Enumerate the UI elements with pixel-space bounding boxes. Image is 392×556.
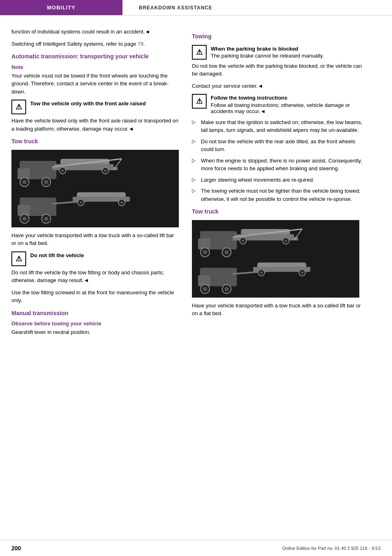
bullet-arrow: ▷	[192, 188, 198, 193]
warning1-title: Tow the vehicle only with the front axle…	[30, 100, 180, 108]
observe-heading: Observe before towing your vehicle	[11, 320, 180, 327]
header-mobility-tab: MOBILITY	[0, 0, 122, 15]
svg-point-27	[120, 201, 123, 204]
parking-brake-warning: Do not tow the vehicle with the parking …	[192, 62, 368, 78]
warning-parking-sub: The parking brake cannot be released man…	[211, 53, 368, 59]
warning-icon-4: ⚠	[192, 94, 207, 109]
left-column: function of individual systems could res…	[0, 24, 188, 345]
footer-text: Online Edition for Part no. 01 40 2 925 …	[282, 546, 381, 551]
page-number: 200	[11, 545, 21, 552]
bullet-text: Make sure that the ignition is switched …	[201, 118, 368, 134]
svg-point-3	[22, 180, 27, 184]
bullet-item: ▷When the engine is stopped, there is no…	[192, 157, 368, 173]
svg-point-46	[203, 287, 207, 291]
page-footer: 200 Online Edition for Part no. 01 40 2 …	[0, 540, 392, 556]
right-column: Towing ⚠ When the parking brake is block…	[188, 24, 376, 345]
header-breakdown-label: BREAKDOWN ASSISTANCE	[122, 0, 392, 15]
warning-parking-title: When the parking brake is blocked	[211, 45, 368, 53]
svg-point-12	[104, 169, 107, 172]
auto-trans-heading: Automatic transmission: transporting you…	[11, 53, 180, 61]
warning-icon-2: ⚠	[11, 251, 26, 266]
warning-follow-body: Follow all towing instructions; otherwis…	[211, 102, 368, 114]
svg-point-31	[203, 250, 207, 254]
bullet-arrow: ▷	[192, 177, 198, 182]
towing-heading: Towing	[192, 33, 368, 41]
page-header: MOBILITY BREAKDOWN ASSISTANCE	[0, 0, 392, 16]
bullet-arrow: ▷	[192, 158, 198, 163]
warning-follow-title: Follow the towing instructions	[211, 94, 368, 102]
note-heading: Note	[11, 64, 180, 70]
svg-point-40	[285, 240, 287, 242]
warning2-title: Do not lift the vehicle	[30, 251, 180, 260]
svg-point-53	[260, 271, 263, 274]
tow-truck-image-right	[192, 220, 359, 298]
bullet-item: ▷Do not tow the vehicle with the rear ax…	[192, 138, 368, 153]
svg-point-33	[225, 250, 229, 254]
contact-service: Contact your service center.◄	[192, 82, 368, 90]
warning1-body: Have the vehicle towed only with the fro…	[11, 117, 180, 133]
note-text: Your vehicle must not be towed if the fr…	[11, 72, 180, 96]
warning-parking-brake: ⚠ When the parking brake is blocked The …	[192, 45, 368, 60]
svg-point-20	[44, 217, 48, 221]
svg-point-38	[242, 240, 244, 242]
bullet-text: When the engine is stopped, there is no …	[201, 157, 368, 173]
warning-no-lift: ⚠ Do not lift the vehicle	[11, 251, 180, 266]
bullet-list: ▷Make sure that the ignition is switched…	[192, 118, 368, 203]
warning-follow-instructions: ⚠ Follow the towing instructions Follow …	[192, 94, 368, 114]
svg-point-18	[22, 217, 27, 221]
svg-point-10	[61, 169, 64, 172]
warning-icon-1: ⚠	[11, 100, 26, 114]
bullet-text: Larger steering wheel movements are re‐q…	[201, 176, 368, 184]
svg-point-48	[225, 287, 229, 291]
tow-fitting-text: Use the tow fitting screwed in at the fr…	[11, 289, 180, 305]
bullet-text: Do not tow the vehicle with the rear axl…	[201, 138, 368, 153]
svg-point-5	[44, 180, 48, 184]
bullet-item: ▷The towing vehicle must not be lighter …	[192, 187, 368, 203]
bullet-item: ▷Larger steering wheel movements are re‐…	[192, 176, 368, 184]
bullet-text: The towing vehicle must not be lighter t…	[201, 187, 368, 203]
svg-point-25	[80, 201, 82, 204]
svg-point-55	[301, 271, 303, 274]
bullet-arrow: ▷	[192, 138, 198, 144]
main-content: function of individual systems could res…	[0, 16, 392, 369]
bullet-arrow: ▷	[192, 119, 198, 125]
page-link[interactable]: 79	[138, 41, 143, 47]
manual-trans-heading: Manual transmission	[11, 309, 180, 318]
tow-truck-desc1: Have your vehicle transported with a tow…	[11, 231, 180, 247]
tow-truck-heading-left: Tow truck	[11, 138, 180, 146]
gearshift-text: Gearshift lever in neutral position.	[11, 328, 180, 336]
tow-truck-image-left	[11, 150, 179, 227]
warning-front-axle: ⚠ Tow the vehicle only with the front ax…	[11, 100, 180, 114]
intro-paragraph-2: Switching off Intelligent Safety systems…	[11, 40, 180, 48]
intro-paragraph-1: function of individual systems could res…	[11, 28, 180, 36]
tow-truck-desc-right: Have your vehicle transported with a tow…	[192, 302, 368, 318]
bullet-item: ▷Make sure that the ignition is switched…	[192, 118, 368, 134]
mobility-label: MOBILITY	[47, 4, 76, 11]
warning-icon-3: ⚠	[192, 45, 207, 60]
warning2-body: Do not lift the vehicle by the tow fitti…	[11, 269, 180, 285]
tow-truck-heading-right: Tow truck	[192, 208, 368, 216]
